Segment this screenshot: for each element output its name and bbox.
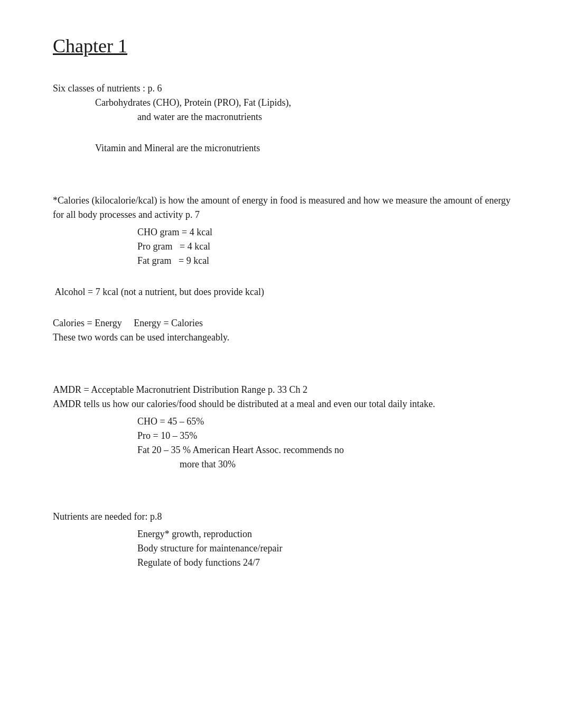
alcohol-line: Alcohol = 7 kcal (not a nutrient, but do… <box>53 285 519 299</box>
alcohol-section: Alcohol = 7 kcal (not a nutrient, but do… <box>53 285 519 299</box>
amdr-section: AMDR = Acceptable Macronutrient Distribu… <box>53 383 519 472</box>
spacer-1 <box>53 172 519 193</box>
fat-range-1: Fat 20 – 35 % American Heart Assoc. reco… <box>137 443 519 457</box>
vitamins-section: Vitamin and Mineral are the micronutrien… <box>53 141 519 155</box>
pro-range: Pro = 10 – 35% <box>137 429 519 443</box>
amdr-line2: AMDR tells us how our calories/food shou… <box>53 397 519 411</box>
nutrients-needed-header: Nutrients are needed for: p.8 <box>53 510 519 524</box>
calories-energy-section: Calories = Energy Energy = Calories Thes… <box>53 316 519 345</box>
nutrients-needed-section: Nutrients are needed for: p.8 Energy* gr… <box>53 510 519 570</box>
vitamins-line: Vitamin and Mineral are the micronutrien… <box>95 141 519 155</box>
spacer-2 <box>53 362 519 383</box>
chapter-title: Chapter 1 <box>53 32 519 60</box>
calories-energy-line2: These two words can be used interchangea… <box>53 330 519 345</box>
line-2: Carbohydrates (CHO), Protein (PRO), Fat … <box>95 96 519 110</box>
calories-para: *Calories (kilocalorie/kcal) is how the … <box>53 193 519 222</box>
line-1: Six classes of nutrients : p. 6 <box>53 81 519 96</box>
energy-line: Energy* growth, reproduction <box>137 527 519 541</box>
regulate-line: Regulate of body functions 24/7 <box>137 556 519 570</box>
amdr-line1: AMDR = Acceptable Macronutrient Distribu… <box>53 383 519 397</box>
fat-range-2: more that 30% <box>180 457 519 472</box>
spacer-3 <box>53 489 519 510</box>
calories-energy-line1: Calories = Energy Energy = Calories <box>53 316 519 330</box>
fat-gram: Fat gram = 9 kcal <box>137 254 519 268</box>
body-structure-line: Body structure for maintenance/repair <box>137 541 519 556</box>
page-container: Chapter 1 Six classes of nutrients : p. … <box>53 32 519 570</box>
line-3: and water are the macronutrients <box>137 110 519 124</box>
six-classes-section: Six classes of nutrients : p. 6 Carbohyd… <box>53 81 519 124</box>
cho-range: CHO = 45 – 65% <box>137 414 519 429</box>
cho-gram: CHO gram = 4 kcal <box>137 225 519 239</box>
calories-section: *Calories (kilocalorie/kcal) is how the … <box>53 193 519 268</box>
pro-gram: Pro gram = 4 kcal <box>137 239 519 254</box>
